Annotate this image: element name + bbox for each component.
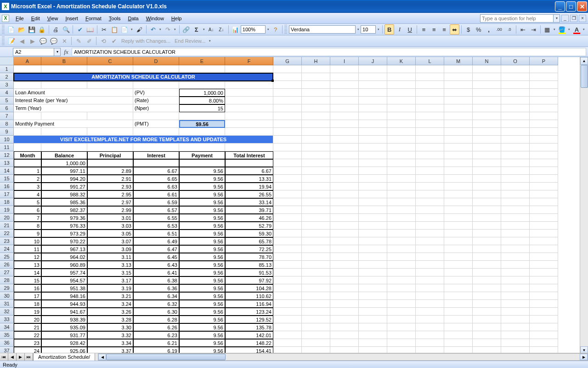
cell[interactable]	[530, 144, 558, 151]
next-comment-icon[interactable]: ▶	[28, 36, 38, 46]
cell[interactable]	[330, 151, 359, 159]
cell[interactable]	[501, 190, 530, 198]
cell[interactable]	[444, 73, 473, 81]
cell[interactable]	[330, 331, 359, 339]
cell[interactable]: 6.63	[133, 183, 179, 190]
cell[interactable]	[501, 81, 530, 89]
row-header[interactable]: 29	[0, 284, 14, 292]
cell[interactable]: Month	[14, 151, 41, 159]
menu-window[interactable]: Window	[142, 14, 168, 23]
cell[interactable]	[530, 97, 558, 104]
cell[interactable]: 9.56	[179, 269, 225, 276]
cell[interactable]: 970.22	[41, 237, 87, 245]
cell[interactable]	[444, 190, 473, 198]
show-comment-icon[interactable]: 💬	[38, 36, 48, 46]
cell[interactable]	[87, 159, 133, 167]
cell[interactable]	[501, 214, 530, 222]
cell[interactable]: 6.36	[133, 284, 179, 292]
select-all-corner[interactable]	[0, 57, 14, 65]
cell[interactable]	[359, 112, 387, 120]
cell[interactable]	[501, 292, 530, 300]
cell[interactable]	[473, 316, 501, 323]
cell[interactable]	[530, 183, 558, 190]
cell[interactable]: 97.92	[225, 276, 273, 284]
cell[interactable]: 142.01	[225, 331, 273, 339]
cell[interactable]	[501, 261, 530, 269]
cell[interactable]	[179, 81, 225, 89]
cell[interactable]	[387, 214, 416, 222]
cell[interactable]	[359, 222, 387, 230]
cell[interactable]: 994.20	[41, 175, 87, 183]
col-header-A[interactable]: A	[14, 57, 41, 65]
row-header[interactable]: 16	[0, 183, 14, 190]
cell[interactable]	[444, 214, 473, 222]
cell[interactable]	[444, 97, 473, 104]
cell[interactable]	[416, 269, 444, 276]
cell[interactable]	[302, 331, 330, 339]
cell[interactable]: 973.29	[41, 230, 87, 237]
cell[interactable]	[473, 65, 501, 73]
cell[interactable]: 6.43	[133, 261, 179, 269]
row-header[interactable]: 20	[0, 214, 14, 222]
cell[interactable]: 23	[14, 339, 41, 347]
cell[interactable]	[273, 222, 302, 230]
cell[interactable]: 2.91	[87, 175, 133, 183]
row-header[interactable]: 1	[0, 65, 14, 73]
row-header[interactable]: 30	[0, 292, 14, 300]
cell[interactable]: Interest	[133, 151, 179, 159]
cell[interactable]	[302, 183, 330, 190]
cell[interactable]	[302, 308, 330, 316]
cell[interactable]	[273, 120, 302, 128]
cell[interactable]	[501, 167, 530, 175]
cell[interactable]	[473, 151, 501, 159]
cell[interactable]	[501, 136, 530, 144]
cell[interactable]	[530, 269, 558, 276]
cell[interactable]	[273, 253, 302, 261]
cell[interactable]	[273, 151, 302, 159]
cell[interactable]	[530, 308, 558, 316]
cell[interactable]: 935.09	[41, 323, 87, 331]
cell[interactable]	[473, 167, 501, 175]
cell[interactable]: 6.26	[133, 323, 179, 331]
cell[interactable]	[387, 159, 416, 167]
cell[interactable]	[359, 198, 387, 206]
cell[interactable]	[330, 159, 359, 167]
cell[interactable]	[416, 112, 444, 120]
cell[interactable]	[330, 167, 359, 175]
cell[interactable]	[133, 159, 179, 167]
cell[interactable]	[416, 237, 444, 245]
cell[interactable]	[179, 159, 225, 167]
cell[interactable]	[444, 144, 473, 151]
cell[interactable]	[330, 323, 359, 331]
cell[interactable]	[359, 300, 387, 308]
cell[interactable]	[416, 300, 444, 308]
cell[interactable]: 9	[14, 230, 41, 237]
cell[interactable]: 9.56	[179, 190, 225, 198]
cell[interactable]: (Rate)	[133, 97, 179, 104]
cell[interactable]: 948.16	[41, 292, 87, 300]
cell[interactable]	[501, 331, 530, 339]
cell[interactable]: 104.28	[225, 284, 273, 292]
cell[interactable]	[444, 206, 473, 214]
cell[interactable]	[330, 339, 359, 347]
percent-icon[interactable]: %	[474, 24, 483, 34]
cell[interactable]: 123.24	[225, 308, 273, 316]
ink-icon[interactable]: ✎	[74, 36, 84, 46]
cell[interactable]: 938.39	[41, 316, 87, 323]
cell[interactable]	[41, 128, 87, 136]
cell[interactable]	[387, 339, 416, 347]
row-header[interactable]: 26	[0, 261, 14, 269]
cell[interactable]	[416, 206, 444, 214]
cell[interactable]	[387, 323, 416, 331]
cell[interactable]	[416, 222, 444, 230]
cell[interactable]: 16	[14, 284, 41, 292]
cell[interactable]	[501, 89, 530, 97]
menu-data[interactable]: Data	[124, 14, 142, 23]
cell[interactable]: 928.42	[41, 339, 87, 347]
cell[interactable]	[530, 112, 558, 120]
cell[interactable]	[330, 261, 359, 269]
cell[interactable]: 5	[14, 198, 41, 206]
cell[interactable]	[530, 104, 558, 112]
cell[interactable]	[330, 269, 359, 276]
cell[interactable]	[302, 276, 330, 284]
